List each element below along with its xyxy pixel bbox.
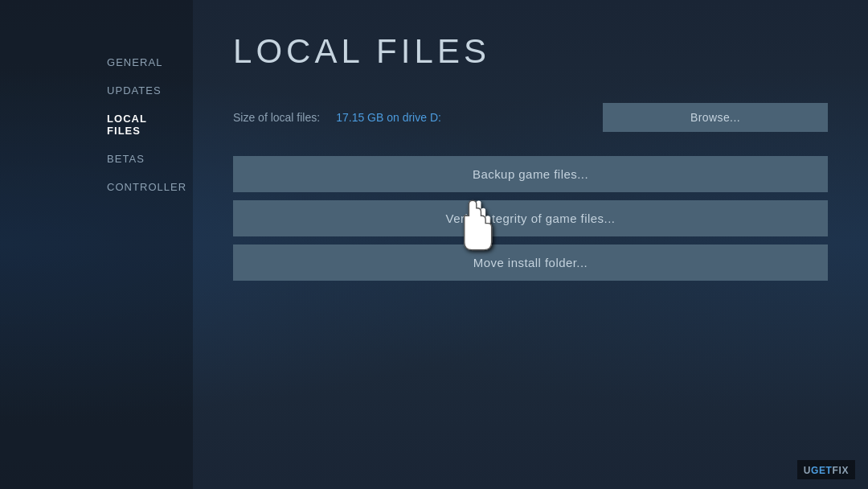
sidebar-item-betas[interactable]: BETAS xyxy=(0,145,193,173)
action-buttons: Backup game files... Verify integrity of… xyxy=(233,156,828,281)
sidebar: GENERAL UPDATES LOCAL FILES BETAS CONTRO… xyxy=(0,0,193,489)
main-content: LOCAL FILES Size of local files: 17.15 G… xyxy=(193,0,868,489)
browse-button[interactable]: Browse... xyxy=(603,103,828,132)
backup-button[interactable]: Backup game files... xyxy=(233,156,828,192)
size-value-link[interactable]: 17.15 GB on drive D: xyxy=(336,111,441,124)
sidebar-item-controller[interactable]: CONTROLLER xyxy=(0,173,193,201)
sidebar-item-general[interactable]: GENERAL xyxy=(0,48,193,76)
watermark: UGETFIX xyxy=(797,460,855,479)
watermark-text: UGETFIX xyxy=(804,465,849,476)
size-row: Size of local files: 17.15 GB on drive D… xyxy=(233,103,828,132)
page-title: LOCAL FILES xyxy=(233,32,828,71)
sidebar-item-updates[interactable]: UPDATES xyxy=(0,76,193,105)
sidebar-item-local-files[interactable]: LOCAL FILES xyxy=(0,105,193,145)
verify-button[interactable]: Verify integrity of game files... xyxy=(233,200,828,236)
install-folder-button[interactable]: Move install folder... xyxy=(233,244,828,281)
size-label: Size of local files: xyxy=(233,111,320,124)
